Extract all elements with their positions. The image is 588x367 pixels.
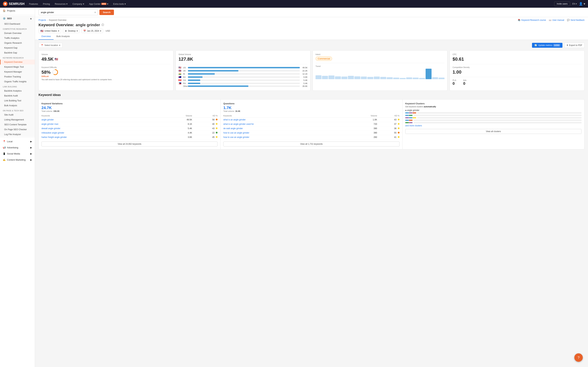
info-icon[interactable]: ⓘ	[102, 23, 104, 26]
cluster-bar-piece	[409, 120, 413, 121]
advertising-icon: 📢	[3, 146, 6, 149]
sidebar-socialmedia-expandable[interactable]: 📱 Social Media ▶	[0, 151, 35, 157]
kd-cell: 22	[192, 131, 218, 135]
sidebar-item-traffic-analytics[interactable]: Traffic Analytics	[0, 36, 35, 41]
keyword-link[interactable]: angle grinder man	[42, 123, 59, 125]
sidebar-item-organic-traffic-insights[interactable]: Organic Traffic Insights	[0, 79, 35, 84]
logo[interactable]: SEMRUSH	[3, 1, 25, 6]
sidebar-local-expandable[interactable]: 📍 Local ▶	[0, 138, 35, 144]
bc-manual[interactable]: 📖 User manual	[549, 19, 564, 21]
volume-flag: 🇺🇸	[55, 58, 58, 61]
breadcrumb-projects[interactable]: Projects	[38, 19, 46, 21]
content-area: ✕ Search Projects › Keyword Overview 📚 K…	[35, 8, 588, 367]
sidebar-item-domain-overview[interactable]: Domain Overview	[0, 31, 35, 36]
sidebar-item-link-building-tool[interactable]: Link Building Tool	[0, 98, 35, 103]
sidebar-item-keyword-magic-tool[interactable]: Keyword Magic Tool	[0, 65, 35, 69]
sidebar-content-expandable[interactable]: ✍️ Content Marketing ▶	[0, 157, 35, 163]
sidebar-item-log-file-analyzer[interactable]: Log File Analyzer	[0, 132, 35, 137]
sidebar-item-position-tracking[interactable]: Position Tracking	[0, 74, 35, 79]
kd-cell: 45	[192, 135, 218, 140]
col-kd: KD %	[192, 114, 218, 118]
tab-bulk-analysis[interactable]: Bulk Analysis	[53, 33, 73, 40]
density-label: Competitive Density	[453, 66, 581, 68]
export-button[interactable]: ⬆ Export to PDF	[564, 43, 585, 48]
sidebar-item-backlink-gap[interactable]: Backlink Gap	[0, 50, 35, 55]
update-metrics-button[interactable]: 🔄 Update metrics 1/250	[532, 43, 562, 48]
nav-features[interactable]: Features	[27, 2, 40, 6]
search-clear-icon[interactable]: ✕	[94, 11, 96, 14]
nav-extratools[interactable]: Extra tools ▾	[112, 2, 128, 6]
cluster-bar-piece	[405, 115, 409, 116]
sidebar-item-backlink-analytics[interactable]: Backlink Analytics	[0, 88, 35, 93]
sidebar-item-seo-content-template[interactable]: SEO Content Template	[0, 122, 35, 127]
nav-appcenter[interactable]: App Center NEW ▾	[87, 2, 110, 6]
search-button[interactable]: Search	[99, 10, 114, 15]
date-filter[interactable]: 📅 Jan 25, 2024 ▾	[81, 29, 103, 33]
date-chevron: ▾	[100, 30, 101, 32]
kd-cell: 55	[377, 131, 399, 135]
country-rows: 🇺🇸 US 49.5K 🇬🇧 UK 22.2K 🇮🇳 IN 12.1K 🇦🇺 A…	[179, 66, 307, 87]
sidebar-item-keyword-overview[interactable]: Keyword Overview	[0, 60, 35, 65]
language-selector[interactable]: EN ▾	[572, 3, 577, 5]
cluster-item	[405, 112, 581, 114]
cluster-bar-piece	[405, 112, 409, 113]
view-all-variations-button[interactable]: View all 24,662 keywords	[42, 142, 217, 146]
select-location-button[interactable]: 📍 Select location ▾	[38, 43, 62, 48]
view-all-questions-button[interactable]: View all 1,731 keywords	[223, 142, 399, 146]
view-all-clusters-button[interactable]: View all clusters	[405, 129, 581, 134]
keyword-link[interactable]: milwaukee angle grinder	[42, 132, 64, 134]
country-filter[interactable]: 🇺🇸 United States ▾	[38, 29, 61, 33]
table-row: how to use an angle grinder 390 55	[223, 131, 399, 135]
keyword-link[interactable]: dewalt angle grinder	[42, 127, 60, 130]
sidebar-item-site-audit[interactable]: Site Audit	[0, 112, 35, 117]
sidebar-item-on-page-checker[interactable]: On Page SEO Checker	[0, 127, 35, 132]
nav-resources[interactable]: Resources ▾	[53, 2, 69, 6]
sidebar-item-backlink-audit[interactable]: Backlink Audit	[0, 93, 35, 98]
cluster-text-placeholder	[417, 112, 581, 114]
social-icon: 📱	[3, 152, 6, 155]
sidebar-item-projects[interactable]: 🏠 Projects	[0, 8, 35, 14]
keyword-link[interactable]: harbor freight angle grinder	[42, 136, 67, 138]
keyword-link[interactable]: how to use an angle grinder	[223, 132, 249, 134]
sidebar-item-listing-management[interactable]: Listing Management	[0, 117, 35, 122]
invite-users-button[interactable]: Invite users	[554, 1, 570, 6]
keyword-link[interactable]: angle grinder	[42, 118, 54, 121]
country-bar-wrap	[188, 85, 300, 87]
sidebar-item-bulk-analysis[interactable]: Bulk Analysis	[0, 103, 35, 108]
tab-overview[interactable]: Overview	[38, 33, 53, 40]
seo-expandable[interactable]: ⚙️ SEO ▲	[0, 15, 35, 22]
and-more-clusters[interactable]: and more clusters	[405, 125, 581, 127]
cluster-bars	[405, 115, 413, 116]
sidebar-item-keyword-manager[interactable]: Keyword Manager	[0, 69, 35, 74]
keyword-link[interactable]: what is an angle grinder used for	[223, 123, 254, 125]
country-row: 🇬🇧 UK 22.2K	[179, 69, 307, 72]
keyword-link[interactable]: de walt angle grinder	[223, 127, 243, 130]
keyword-link[interactable]: what is an angle grinder	[223, 118, 245, 121]
chat-button[interactable]: ?	[574, 353, 583, 362]
user-menu[interactable]: 👤 ▾	[579, 2, 585, 6]
cluster-keyword: ● angle grinder	[405, 109, 581, 111]
table-row: dewalt angle grinder 5.4K 43	[42, 126, 217, 131]
new-badge: NEW	[101, 3, 106, 5]
cluster-text-placeholder	[414, 122, 581, 123]
sidebar-advertising-expandable[interactable]: 📢 Advertising ▶	[0, 144, 35, 151]
cluster-item	[405, 122, 581, 123]
search-input[interactable]	[38, 9, 98, 15]
nav-pricing[interactable]: Pricing	[41, 2, 52, 6]
bc-feedback[interactable]: 💬 Send feedback	[567, 19, 585, 21]
chevron-right-icon: ▶	[30, 140, 32, 143]
sidebar-item-keyword-gap[interactable]: Keyword Gap	[0, 45, 35, 50]
country-bar	[188, 80, 200, 81]
nav-company[interactable]: Company ▾	[71, 2, 86, 6]
density-value: 1.00	[453, 69, 581, 75]
device-filter[interactable]: 🖥 Desktop ▾	[63, 29, 80, 33]
country-bar	[188, 85, 248, 87]
keyword-link[interactable]: how to use an angle grinder	[223, 136, 249, 138]
breadcrumb-area: Projects › Keyword Overview 📚 Keyword Re…	[35, 17, 588, 21]
device-chevron: ▾	[77, 30, 78, 32]
seo-icon: ⚙️	[3, 17, 6, 20]
sidebar-item-organic-research[interactable]: Organic Research	[0, 41, 35, 45]
sidebar-item-seo-dashboard[interactable]: SEO Dashboard	[0, 22, 35, 26]
kd-dot	[398, 123, 399, 125]
bc-course[interactable]: 📚 Keyword Research course	[518, 19, 546, 21]
